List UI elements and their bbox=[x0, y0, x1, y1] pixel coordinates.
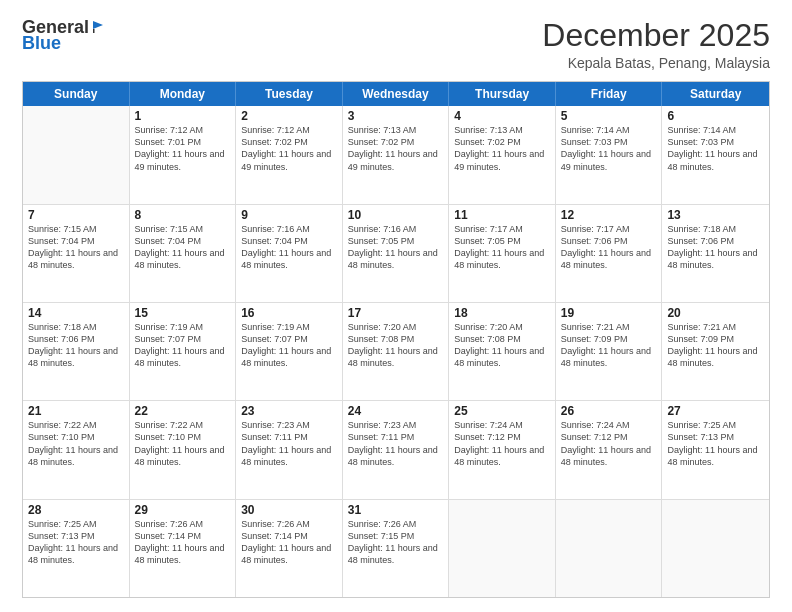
sunrise-text: Sunrise: 7:26 AM bbox=[348, 518, 444, 530]
sunset-text: Sunset: 7:15 PM bbox=[348, 530, 444, 542]
cal-cell bbox=[23, 106, 130, 203]
day-number: 14 bbox=[28, 306, 124, 320]
day-number: 28 bbox=[28, 503, 124, 517]
sunrise-text: Sunrise: 7:13 AM bbox=[454, 124, 550, 136]
day-number: 31 bbox=[348, 503, 444, 517]
day-number: 9 bbox=[241, 208, 337, 222]
sunset-text: Sunset: 7:02 PM bbox=[241, 136, 337, 148]
day-number: 1 bbox=[135, 109, 231, 123]
sunset-text: Sunset: 7:11 PM bbox=[348, 431, 444, 443]
day-number: 29 bbox=[135, 503, 231, 517]
cal-cell: 3Sunrise: 7:13 AMSunset: 7:02 PMDaylight… bbox=[343, 106, 450, 203]
daylight-text: Daylight: 11 hours and 48 minutes. bbox=[348, 444, 444, 468]
daylight-text: Daylight: 11 hours and 48 minutes. bbox=[28, 345, 124, 369]
sunrise-text: Sunrise: 7:20 AM bbox=[348, 321, 444, 333]
sunrise-text: Sunrise: 7:16 AM bbox=[348, 223, 444, 235]
sunset-text: Sunset: 7:12 PM bbox=[561, 431, 657, 443]
day-number: 21 bbox=[28, 404, 124, 418]
cal-cell: 28Sunrise: 7:25 AMSunset: 7:13 PMDayligh… bbox=[23, 500, 130, 597]
cal-cell: 30Sunrise: 7:26 AMSunset: 7:14 PMDayligh… bbox=[236, 500, 343, 597]
day-number: 20 bbox=[667, 306, 764, 320]
daylight-text: Daylight: 11 hours and 48 minutes. bbox=[667, 148, 764, 172]
sunset-text: Sunset: 7:10 PM bbox=[135, 431, 231, 443]
sunrise-text: Sunrise: 7:26 AM bbox=[135, 518, 231, 530]
sunrise-text: Sunrise: 7:15 AM bbox=[135, 223, 231, 235]
day-number: 23 bbox=[241, 404, 337, 418]
calendar: SundayMondayTuesdayWednesdayThursdayFrid… bbox=[22, 81, 770, 598]
daylight-text: Daylight: 11 hours and 48 minutes. bbox=[28, 542, 124, 566]
daylight-text: Daylight: 11 hours and 48 minutes. bbox=[28, 444, 124, 468]
daylight-text: Daylight: 11 hours and 48 minutes. bbox=[667, 444, 764, 468]
calendar-body: 1Sunrise: 7:12 AMSunset: 7:01 PMDaylight… bbox=[23, 106, 769, 597]
sunrise-text: Sunrise: 7:25 AM bbox=[667, 419, 764, 431]
sunrise-text: Sunrise: 7:18 AM bbox=[667, 223, 764, 235]
location: Kepala Batas, Penang, Malaysia bbox=[542, 55, 770, 71]
day-number: 26 bbox=[561, 404, 657, 418]
sunset-text: Sunset: 7:08 PM bbox=[454, 333, 550, 345]
day-number: 3 bbox=[348, 109, 444, 123]
cal-cell: 24Sunrise: 7:23 AMSunset: 7:11 PMDayligh… bbox=[343, 401, 450, 498]
page: General Blue December 2025 Kepala Batas,… bbox=[0, 0, 792, 612]
cal-header-sunday: Sunday bbox=[23, 82, 130, 106]
sunrise-text: Sunrise: 7:21 AM bbox=[667, 321, 764, 333]
cal-cell: 26Sunrise: 7:24 AMSunset: 7:12 PMDayligh… bbox=[556, 401, 663, 498]
cal-cell: 29Sunrise: 7:26 AMSunset: 7:14 PMDayligh… bbox=[130, 500, 237, 597]
cal-header-tuesday: Tuesday bbox=[236, 82, 343, 106]
sunset-text: Sunset: 7:12 PM bbox=[454, 431, 550, 443]
cal-cell: 27Sunrise: 7:25 AMSunset: 7:13 PMDayligh… bbox=[662, 401, 769, 498]
daylight-text: Daylight: 11 hours and 49 minutes. bbox=[241, 148, 337, 172]
sunset-text: Sunset: 7:04 PM bbox=[241, 235, 337, 247]
sunset-text: Sunset: 7:02 PM bbox=[454, 136, 550, 148]
cal-cell: 9Sunrise: 7:16 AMSunset: 7:04 PMDaylight… bbox=[236, 205, 343, 302]
header: General Blue December 2025 Kepala Batas,… bbox=[22, 18, 770, 71]
sunset-text: Sunset: 7:01 PM bbox=[135, 136, 231, 148]
title-area: December 2025 Kepala Batas, Penang, Mala… bbox=[542, 18, 770, 71]
daylight-text: Daylight: 11 hours and 48 minutes. bbox=[348, 542, 444, 566]
sunrise-text: Sunrise: 7:15 AM bbox=[28, 223, 124, 235]
cal-cell: 21Sunrise: 7:22 AMSunset: 7:10 PMDayligh… bbox=[23, 401, 130, 498]
sunset-text: Sunset: 7:04 PM bbox=[135, 235, 231, 247]
day-number: 24 bbox=[348, 404, 444, 418]
sunrise-text: Sunrise: 7:18 AM bbox=[28, 321, 124, 333]
cal-cell bbox=[662, 500, 769, 597]
sunrise-text: Sunrise: 7:26 AM bbox=[241, 518, 337, 530]
sunrise-text: Sunrise: 7:24 AM bbox=[561, 419, 657, 431]
sunset-text: Sunset: 7:13 PM bbox=[28, 530, 124, 542]
sunrise-text: Sunrise: 7:19 AM bbox=[135, 321, 231, 333]
daylight-text: Daylight: 11 hours and 48 minutes. bbox=[241, 345, 337, 369]
sunrise-text: Sunrise: 7:22 AM bbox=[135, 419, 231, 431]
daylight-text: Daylight: 11 hours and 48 minutes. bbox=[28, 247, 124, 271]
daylight-text: Daylight: 11 hours and 48 minutes. bbox=[454, 247, 550, 271]
sunrise-text: Sunrise: 7:16 AM bbox=[241, 223, 337, 235]
daylight-text: Daylight: 11 hours and 48 minutes. bbox=[135, 444, 231, 468]
cal-header-thursday: Thursday bbox=[449, 82, 556, 106]
sunrise-text: Sunrise: 7:17 AM bbox=[561, 223, 657, 235]
cal-cell: 6Sunrise: 7:14 AMSunset: 7:03 PMDaylight… bbox=[662, 106, 769, 203]
daylight-text: Daylight: 11 hours and 48 minutes. bbox=[135, 345, 231, 369]
day-number: 19 bbox=[561, 306, 657, 320]
cal-cell: 1Sunrise: 7:12 AMSunset: 7:01 PMDaylight… bbox=[130, 106, 237, 203]
cal-row-2: 7Sunrise: 7:15 AMSunset: 7:04 PMDaylight… bbox=[23, 204, 769, 302]
day-number: 22 bbox=[135, 404, 231, 418]
daylight-text: Daylight: 11 hours and 48 minutes. bbox=[561, 444, 657, 468]
sunrise-text: Sunrise: 7:22 AM bbox=[28, 419, 124, 431]
cal-cell: 16Sunrise: 7:19 AMSunset: 7:07 PMDayligh… bbox=[236, 303, 343, 400]
cal-cell: 18Sunrise: 7:20 AMSunset: 7:08 PMDayligh… bbox=[449, 303, 556, 400]
cal-cell: 4Sunrise: 7:13 AMSunset: 7:02 PMDaylight… bbox=[449, 106, 556, 203]
daylight-text: Daylight: 11 hours and 48 minutes. bbox=[561, 345, 657, 369]
sunset-text: Sunset: 7:07 PM bbox=[135, 333, 231, 345]
svg-marker-0 bbox=[93, 21, 103, 29]
day-number: 8 bbox=[135, 208, 231, 222]
cal-header-saturday: Saturday bbox=[662, 82, 769, 106]
sunset-text: Sunset: 7:11 PM bbox=[241, 431, 337, 443]
sunrise-text: Sunrise: 7:20 AM bbox=[454, 321, 550, 333]
sunrise-text: Sunrise: 7:13 AM bbox=[348, 124, 444, 136]
cal-cell: 25Sunrise: 7:24 AMSunset: 7:12 PMDayligh… bbox=[449, 401, 556, 498]
cal-cell: 8Sunrise: 7:15 AMSunset: 7:04 PMDaylight… bbox=[130, 205, 237, 302]
sunrise-text: Sunrise: 7:14 AM bbox=[561, 124, 657, 136]
day-number: 30 bbox=[241, 503, 337, 517]
calendar-header: SundayMondayTuesdayWednesdayThursdayFrid… bbox=[23, 82, 769, 106]
sunset-text: Sunset: 7:06 PM bbox=[667, 235, 764, 247]
sunset-text: Sunset: 7:02 PM bbox=[348, 136, 444, 148]
cal-row-4: 21Sunrise: 7:22 AMSunset: 7:10 PMDayligh… bbox=[23, 400, 769, 498]
